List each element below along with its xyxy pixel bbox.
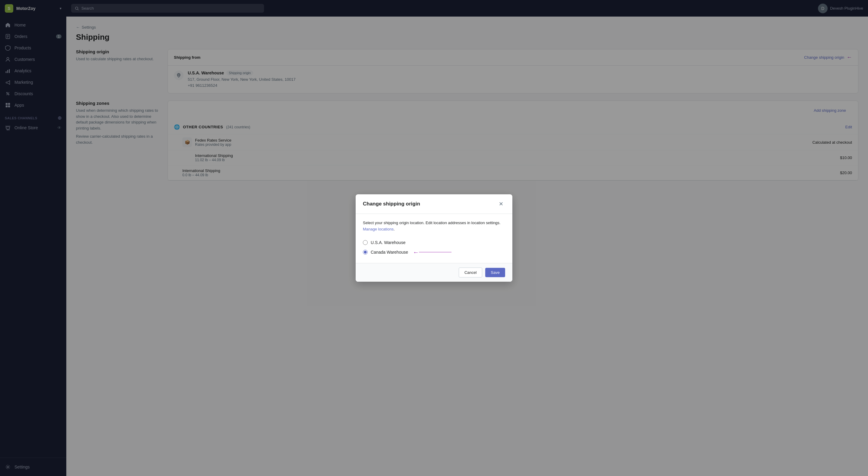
change-shipping-origin-modal: Change shipping origin ✕ Select your shi…: [355, 194, 513, 282]
manage-locations-link[interactable]: Manage locations: [363, 227, 394, 231]
radio-option-usa[interactable]: U.S.A. Warehouse: [363, 238, 505, 247]
modal-overlay[interactable]: Change shipping origin ✕ Select your shi…: [0, 0, 868, 476]
radio-usa[interactable]: [363, 240, 368, 245]
save-button[interactable]: Save: [485, 268, 505, 277]
radio-canada-label: Canada Warehouse: [371, 250, 408, 255]
arrow-line: [419, 249, 455, 255]
modal-title: Change shipping origin: [363, 201, 420, 207]
modal-footer: Cancel Save: [355, 263, 513, 282]
cancel-button[interactable]: Cancel: [459, 267, 482, 278]
radio-canada[interactable]: [363, 250, 368, 255]
radio-usa-label: U.S.A. Warehouse: [371, 240, 405, 245]
modal-header: Change shipping origin ✕: [355, 194, 513, 214]
modal-arrow-annotation: ←: [413, 249, 419, 256]
radio-option-canada[interactable]: Canada Warehouse: [363, 247, 408, 257]
modal-description: Select your shipping origin location. Ed…: [363, 220, 505, 232]
modal-close-button[interactable]: ✕: [497, 200, 505, 208]
modal-body: Select your shipping origin location. Ed…: [355, 214, 513, 263]
